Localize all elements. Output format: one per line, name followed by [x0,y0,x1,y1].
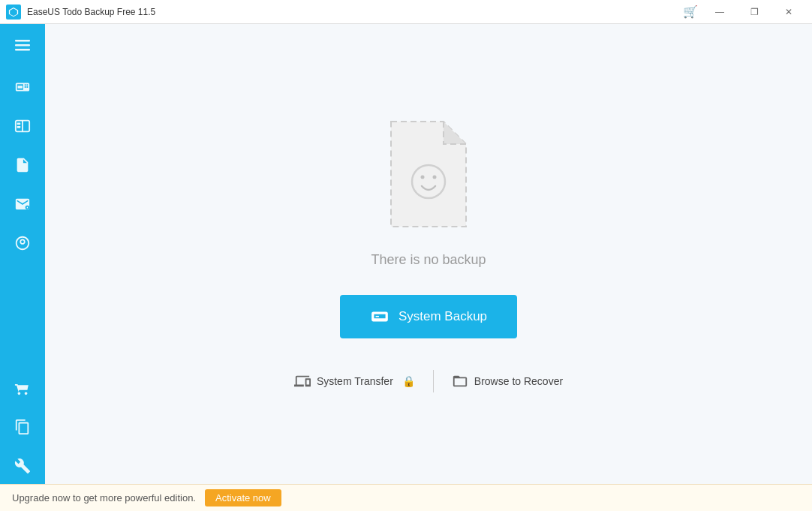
cart-icon[interactable]: 🛒 [678,0,702,24]
sidebar [0,24,45,484]
empty-state-text: There is no backup [371,252,486,268]
browse-to-recover-label: Browse to Recover [474,375,563,387]
window-controls: — ❐ ✕ [702,0,806,24]
svg-rect-2 [15,49,30,51]
empty-illustration [380,114,477,234]
sidebar-item-smart-backup[interactable] [4,225,41,261]
upgrade-text: Upgrade now to get more powerful edition… [12,492,196,503]
activate-button[interactable]: Activate now [205,489,281,506]
sidebar-item-email-backup[interactable] [4,186,41,222]
sidebar-item-file-backup[interactable] [4,147,41,183]
bottom-bar: Upgrade now to get more powerful edition… [0,484,812,511]
lock-icon: 🔒 [402,375,415,387]
svg-point-10 [433,176,437,179]
browse-to-recover-button[interactable]: Browse to Recover [434,368,581,394]
svg-point-9 [421,176,425,179]
maximize-button[interactable]: ❐ [737,0,771,24]
bottom-actions: System Transfer 🔒 Browse to Recover [276,368,581,394]
close-button[interactable]: ✕ [771,0,806,24]
svg-rect-1 [15,44,30,47]
minimize-button[interactable]: — [702,0,737,24]
app-title: EaseUS Todo Backup Free 11.5 [27,7,678,17]
sidebar-item-partition-backup[interactable] [4,108,41,144]
svg-rect-11 [376,316,379,317]
svg-rect-5 [17,122,21,125]
system-backup-label: System Backup [398,309,487,324]
sidebar-item-tools[interactable] [4,448,41,484]
app-logo [6,5,21,20]
menu-button[interactable] [4,30,41,60]
svg-rect-6 [17,126,21,128]
sidebar-item-disk-backup[interactable] [4,69,41,105]
main-content: There is no backup System Backup System … [45,24,812,484]
title-bar: EaseUS Todo Backup Free 11.5 🛒 — ❐ ✕ [0,0,812,24]
system-backup-button[interactable]: System Backup [340,295,517,338]
app-body: There is no backup System Backup System … [0,24,812,484]
svg-rect-0 [15,40,30,42]
sidebar-item-clone[interactable] [4,409,41,445]
system-transfer-label: System Transfer [317,375,393,387]
sidebar-item-shop[interactable] [4,370,41,406]
system-transfer-button[interactable]: System Transfer 🔒 [276,368,433,394]
